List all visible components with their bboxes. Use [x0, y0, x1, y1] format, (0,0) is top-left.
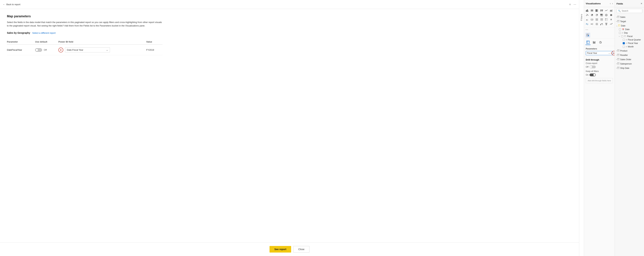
field-checkbox-fiscal-year[interactable]: ✓ [623, 42, 625, 44]
params-field-box[interactable]: Fiscal Year ⌄ × [586, 51, 613, 55]
select-different-report-link[interactable]: Select a different report [32, 32, 56, 34]
viz-icon-scatter[interactable] [585, 13, 589, 17]
field-checkbox-month[interactable] [623, 46, 625, 48]
tab-analytics-icon[interactable] [598, 40, 603, 45]
field-checkbox-fiscal[interactable] [621, 35, 623, 37]
svg-rect-2 [587, 9, 588, 12]
viz-icon-area-chart[interactable] [609, 9, 613, 13]
viz-more-icon[interactable]: ⋯ [584, 28, 614, 32]
viz-icon-map[interactable] [604, 13, 608, 17]
viz-panel-title: Visualizations [586, 2, 600, 5]
field-group-salesperson-header[interactable]: › Salesperson [615, 62, 644, 66]
viz-icon-kpi[interactable] [609, 22, 613, 26]
viz-icon-bar-chart[interactable] [585, 9, 589, 13]
field-group-sales: › Sales [615, 15, 644, 19]
more-options-icon[interactable]: ⋯ [574, 3, 576, 6]
fields-panel: Fields × 🔍 › Sales › Target [614, 0, 644, 256]
field-checkbox-date[interactable] [619, 28, 621, 31]
filters-label: Filters [580, 14, 583, 21]
viz-panel-header: Visualizations ‹ › [584, 0, 614, 7]
back-to-report-button[interactable]: ← Back to report [3, 3, 20, 7]
field-group-sales-order-header[interactable]: › Sales Order [615, 57, 644, 61]
viz-icon-pie-chart[interactable] [590, 13, 594, 17]
svg-rect-6 [591, 9, 593, 10]
viz-icons-grid-row1: 123 R Py [584, 7, 614, 28]
field-checkbox-fiscal-quarter[interactable] [623, 39, 625, 41]
viz-special-row [584, 32, 614, 39]
viz-icon-line-chart[interactable] [604, 9, 608, 13]
tab-fields-icon[interactable] [586, 40, 590, 45]
svg-rect-22 [600, 16, 603, 16]
viz-icon-funnel[interactable] [604, 22, 608, 26]
params-field-icons: ⌄ × [608, 52, 612, 54]
viz-icon-stacked-bar[interactable] [590, 9, 594, 13]
tab-format-icon[interactable] [592, 40, 597, 45]
back-arrow-icon: ← [3, 3, 5, 6]
viz-icon-python-visual[interactable]: Py [585, 22, 589, 26]
use-default-toggle[interactable] [35, 48, 42, 52]
fiscal-field-icon [624, 35, 626, 37]
svg-rect-67 [618, 16, 620, 18]
field-item-fiscal-quarter[interactable]: # Fiscal Quarter [618, 38, 644, 42]
field-group-ship-date-header[interactable]: › Ship Date [615, 66, 644, 70]
viz-icon-multi-card[interactable] [595, 18, 599, 22]
viz-icon-ai-smart[interactable] [595, 22, 599, 26]
svg-rect-20 [600, 14, 602, 15]
field-group-ship-date: › Ship Date [615, 66, 644, 70]
viz-icon-clustered-bar[interactable] [600, 9, 604, 13]
viz-icon-r-visual[interactable]: R [609, 18, 613, 22]
fields-close-button[interactable]: × [641, 2, 642, 5]
field-item-date[interactable]: 📅 Date [618, 28, 644, 31]
viz-icon-treemap[interactable] [600, 13, 604, 17]
viz-paginated-icon[interactable] [586, 33, 590, 38]
filter-icon[interactable]: ▿ [569, 3, 571, 6]
table-row: DateFiscalYear Off [7, 45, 162, 55]
viz-icon-table[interactable] [600, 18, 604, 22]
content-area: Map parameters Select the fields in the … [0, 9, 579, 242]
viz-icon-gauge[interactable] [585, 18, 589, 22]
col-header-parameter: Parameter [7, 39, 35, 45]
field-group-sales-header[interactable]: › Sales [615, 15, 644, 19]
field-item-month[interactable]: # Month [618, 45, 644, 49]
report-name-label: Sales by Geography [7, 32, 30, 34]
svg-rect-60 [586, 41, 589, 44]
sales-chevron-icon: › [616, 16, 617, 18]
viz-icon-donut-chart[interactable] [595, 13, 599, 17]
field-item-day[interactable]: # Day [618, 31, 644, 35]
viz-icon-waterfall[interactable] [600, 22, 604, 26]
field-item-fiscal[interactable]: › Fiscal [618, 35, 644, 38]
svg-rect-88 [618, 63, 620, 65]
drill-through-title: Drill through [586, 59, 613, 61]
close-button[interactable]: Close [293, 246, 310, 252]
date-group-name: Date [621, 25, 625, 27]
field-group-product-header[interactable]: › Product [615, 49, 644, 53]
field-group-salesperson: › Salesperson [615, 62, 644, 66]
field-item-fiscal-year[interactable]: ✓ # Fiscal Year [618, 42, 644, 45]
add-drill-through-box[interactable]: Add drill-through fields here [586, 78, 613, 83]
viz-icon-card[interactable]: 123 [590, 18, 594, 22]
ship-date-table-icon [618, 67, 620, 69]
salesperson-table-icon [618, 63, 620, 65]
date-field-name: Date [625, 28, 630, 31]
see-report-button[interactable]: See report [270, 246, 291, 252]
toggle-off-label: Off [44, 49, 47, 51]
viz-icon-100-bar[interactable] [595, 9, 599, 13]
keep-filters-toggle[interactable] [590, 74, 596, 76]
params-field-chevron[interactable]: ⌄ [608, 52, 610, 54]
fields-search-input[interactable] [622, 10, 641, 12]
power-bi-field-dropdown[interactable]: Date.Fiscal Year ⌄ [65, 47, 110, 52]
param-name-cell: DateFiscalYear [7, 49, 22, 51]
svg-rect-70 [618, 20, 620, 22]
field-group-reseller-header[interactable]: › Reseller [615, 53, 644, 57]
cross-report-toggle[interactable] [590, 66, 596, 68]
field-group-date-header[interactable]: ⌄ Date [615, 24, 644, 28]
viz-icon-decomp-tree[interactable] [590, 22, 594, 26]
field-checkbox-day[interactable] [619, 32, 621, 34]
viz-icon-matrix[interactable] [604, 18, 608, 22]
main-content-area: ← Back to report ▿ ⋯ Map parameters Sele… [0, 0, 579, 256]
viz-icon-filled-map[interactable] [609, 13, 613, 17]
viz-expand-icon[interactable]: › [612, 2, 613, 5]
field-group-target-header[interactable]: › Target [615, 19, 644, 23]
svg-rect-63 [593, 41, 594, 44]
viz-collapse-icon[interactable]: ‹ [610, 2, 611, 5]
